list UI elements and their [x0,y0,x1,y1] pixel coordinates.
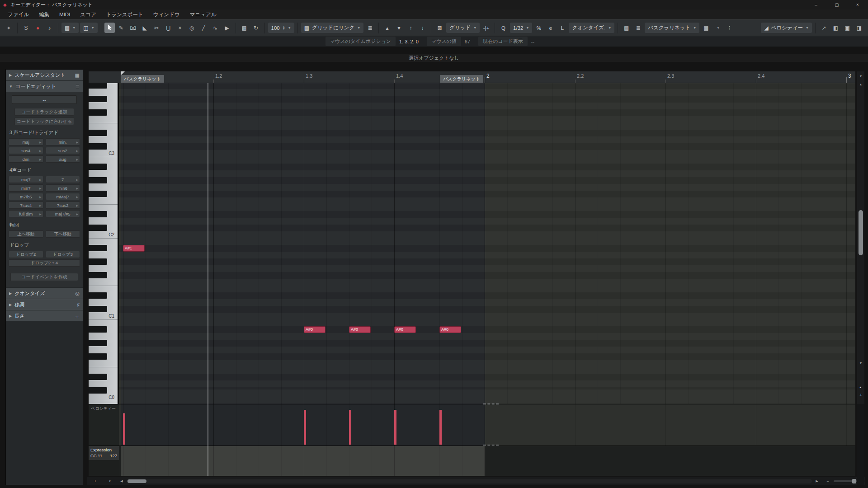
black-key[interactable] [89,211,107,217]
scroll-down-button[interactable]: ▼ [857,359,864,366]
warp-tool-button[interactable]: ∿ [210,23,221,33]
lane-resize-handle[interactable] [483,404,499,404]
create-chord-event-button[interactable]: コードイベントを作成 [10,273,78,281]
velocity-lane-header[interactable]: ベロシティー [89,404,119,446]
menu-manual[interactable]: マニュアル [185,9,222,19]
black-key[interactable] [89,340,107,346]
tetrad-button-m7-b5[interactable]: m7/b5▶ [9,193,43,200]
h-zoom-slider[interactable] [834,480,857,482]
black-key[interactable] [89,191,107,197]
black-key[interactable] [89,143,107,150]
expression-lane[interactable] [119,446,855,476]
black-key[interactable] [89,353,107,360]
triad-button-dim[interactable]: dim▶ [9,155,43,163]
black-key[interactable] [89,96,107,102]
controller-selector-combo[interactable]: ◢ベロシティー▼ [761,23,812,33]
black-key[interactable] [89,374,107,380]
part-start-flag[interactable] [121,71,125,75]
menu-window[interactable]: ウィンドウ [148,9,185,19]
grid-overlay-button[interactable]: ▦ [701,23,711,33]
match-chord-track-button[interactable]: コードトラックに合わせる [14,117,74,125]
step-up-button[interactable]: ↑ [406,23,416,33]
project-cursor[interactable] [208,83,208,476]
lower-zone-toggle-button[interactable]: ▣ [842,23,853,33]
midi-note-as1[interactable]: A#1 [123,245,145,252]
add-controller-lane-button[interactable]: + [90,478,100,484]
tetrad-button-mmaj7[interactable]: mMaj7▶ [46,193,80,200]
section-scale-assistant[interactable]: ▶ スケールアシスタント ▦ [6,70,83,80]
triad-button-sus4[interactable]: sus4▶ [9,147,43,154]
black-key[interactable] [89,245,107,251]
nudge-up-button[interactable]: ▴ [382,23,392,33]
scroll-right-button[interactable]: ▶ [812,478,822,484]
tetrad-button-7[interactable]: 7▶ [46,176,80,183]
h-scrollbar-thumb[interactable] [127,479,146,483]
editor-display-combo[interactable]: ▤▼ [61,23,79,33]
midi-note-as0[interactable]: A#0 [349,326,371,333]
independent-loop-button[interactable]: ↻ [251,23,261,33]
minimize-button[interactable]: – [806,0,826,9]
mute-tool-button[interactable]: × [175,23,185,33]
v-scrollbar-thumb[interactable] [859,210,863,255]
tempo-display-button[interactable]: ◔ [712,23,723,33]
length-quantize-button[interactable]: -|+ [481,23,491,33]
scroll-left-button[interactable]: ◀ [117,478,127,484]
trim-tool-button[interactable]: ◣ [140,23,150,33]
black-key[interactable] [89,164,107,170]
menu-edit[interactable]: 編集 [34,9,54,19]
iterative-quantize-button[interactable]: e [545,23,556,33]
nudge-down-button[interactable]: ▾ [394,23,404,33]
tetrad-button-maj7[interactable]: maj7▶ [9,176,43,183]
piano-keyboard[interactable]: C3C2C1C0 [89,83,119,404]
add-chord-track-button[interactable]: コードトラックを追加 [14,108,74,116]
black-key[interactable] [89,83,107,89]
tetrad-button-min7[interactable]: min7▶ [9,184,43,192]
ruler-options-button[interactable]: ▼ [857,72,864,80]
acoustic-feedback-button[interactable]: ♪ [44,23,55,33]
velocity-bar[interactable] [304,410,306,445]
h-zoom-thumb[interactable] [852,479,856,483]
drop-button--3[interactable]: ドロップ3 [46,251,80,258]
swing-button[interactable]: % [533,23,544,33]
tetrad-button-7sus4[interactable]: 7sus4▶ [9,202,43,209]
tetrad-button-min6[interactable]: min6▶ [46,184,80,192]
h-zoom-out-button[interactable]: − [823,478,833,484]
line-tool-button[interactable]: ╱ [198,23,209,33]
black-key[interactable] [89,387,107,394]
erase-tool-button[interactable]: ⌧ [128,23,138,33]
snap-button[interactable]: ⊠ [434,23,445,33]
black-key[interactable] [89,258,107,265]
solo-button[interactable]: S [21,23,31,33]
menu-midi[interactable]: MIDI [54,9,75,19]
section-quantize[interactable]: ▶ クオンタイズ ◎ [6,288,83,299]
maximize-button[interactable]: ▢ [826,0,847,9]
split-tool-button[interactable]: ✂ [151,23,162,33]
close-button[interactable]: × [847,0,868,9]
black-key[interactable] [89,177,107,183]
record-button[interactable]: ● [33,23,43,33]
triad-button-maj[interactable]: maj▶ [9,138,43,145]
play-tool-button[interactable]: ▶ [222,23,232,33]
black-key[interactable] [89,109,107,116]
midi-note-as0[interactable]: A#0 [394,326,416,333]
value-spinner-icon[interactable]: ▲▼ [283,26,285,30]
part-selector-combo[interactable]: バスクラリネット▼ [645,23,699,33]
step-down-button[interactable]: ↓ [417,23,428,33]
event-colors-button[interactable]: ▩ [239,23,250,33]
black-key[interactable] [89,225,107,231]
v-zoom-indicator-icon[interactable]: ● [859,385,861,389]
section-chord-edit[interactable]: ▼ コードエディット ≣ [6,81,83,92]
triad-button-sus2[interactable]: sus2▶ [46,147,80,154]
part-list-button[interactable]: ▤ [621,23,632,33]
expression-lane-header[interactable]: Expression CC 11 127 [89,446,119,476]
velocity-lane[interactable] [119,404,855,446]
menu-transport[interactable]: トランスポート [101,9,148,19]
inversion-button--[interactable]: 下へ移動 [46,230,80,238]
black-key[interactable] [89,306,107,312]
black-key[interactable] [89,272,107,278]
tetrad-button-maj7-5[interactable]: maj7/#5▶ [46,210,80,217]
velocity-bar[interactable] [439,410,442,445]
midi-note-as0[interactable]: A#0 [439,326,461,333]
grid-type-combo[interactable]: グリッド▼ [446,23,480,33]
menu-file[interactable]: ファイル [3,9,34,19]
